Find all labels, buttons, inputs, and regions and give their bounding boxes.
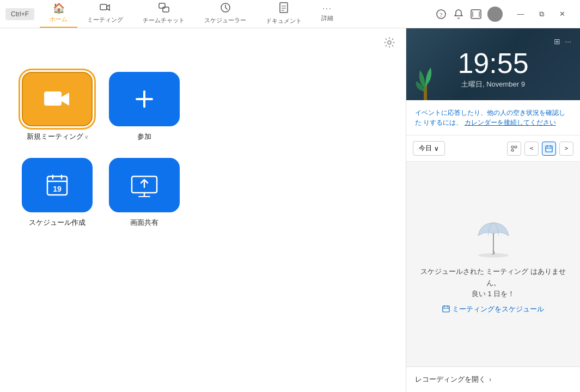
clock-widget-header: ⊞ ··· bbox=[415, 37, 571, 46]
tab-home[interactable]: 🏠 ホーム bbox=[40, 0, 77, 28]
avatar[interactable] bbox=[487, 7, 503, 22]
plant-decoration bbox=[412, 62, 439, 100]
tab-scheduler[interactable]: スケジューラー bbox=[194, 0, 256, 28]
share-screen-label: 画面共有 bbox=[130, 218, 158, 228]
main-content: 新規ミーティング ∨ 参加 bbox=[0, 28, 580, 392]
tab-more-label: 詳細 bbox=[321, 14, 333, 22]
close-button[interactable]: ✕ bbox=[554, 6, 570, 22]
today-dropdown-arrow: ∨ bbox=[434, 145, 439, 152]
calendar-toolbar: 今日 ∨ ＜ ＞ bbox=[406, 136, 580, 162]
calendar-empty-state: スケジュールされた ミーティング はありません。 良い 1 日を！ ミーティング… bbox=[406, 162, 580, 366]
documents-icon bbox=[279, 2, 288, 15]
join-button[interactable] bbox=[109, 72, 180, 126]
svg-text:19: 19 bbox=[53, 185, 62, 193]
svg-point-8 bbox=[388, 41, 391, 44]
left-panel: 新規ミーティング ∨ 参加 bbox=[0, 28, 406, 392]
titlebar-right: ? — ⧉ ✕ bbox=[435, 6, 580, 22]
cal-next-button[interactable]: ＞ bbox=[559, 142, 573, 156]
svg-point-24 bbox=[511, 149, 514, 151]
more-icon: ··· bbox=[322, 4, 332, 12]
new-meeting-dropdown-arrow: ∨ bbox=[84, 134, 88, 140]
svg-text:?: ? bbox=[440, 11, 443, 17]
tab-scheduler-label: スケジューラー bbox=[204, 16, 246, 24]
calendar-connect-message: イベントに応答したり、他の人の空き状況を確認した りするには、 カレンダーを接続… bbox=[406, 100, 580, 136]
recording-bar[interactable]: レコーディングを開く › bbox=[406, 366, 580, 392]
svg-rect-9 bbox=[44, 91, 62, 106]
home-icon: 🏠 bbox=[53, 3, 65, 13]
notifications-icon[interactable] bbox=[453, 8, 465, 20]
calendar-link-icon bbox=[442, 305, 450, 314]
restore-button[interactable]: ⧉ bbox=[533, 6, 550, 22]
group-view-button[interactable] bbox=[507, 142, 521, 156]
share-screen-item[interactable]: 画面共有 bbox=[109, 158, 180, 228]
recording-label: レコーディングを開く bbox=[415, 375, 486, 384]
help-icon[interactable]: ? bbox=[435, 8, 447, 20]
svg-rect-25 bbox=[546, 146, 552, 152]
right-panel: ⊞ ··· 19:55 土曜日, November 9 イベントに応答したり、他… bbox=[406, 28, 580, 392]
join-label: 参加 bbox=[137, 132, 151, 142]
titlebar: Ctrl+F 🏠 ホーム ミーティング チームチャット スケジューラー bbox=[0, 0, 580, 28]
connect-msg-text2: りするには、 bbox=[423, 119, 462, 126]
cal-prev-button[interactable]: ＜ bbox=[524, 142, 539, 156]
meeting-icon bbox=[100, 3, 111, 14]
tab-documents-label: ドキュメント bbox=[266, 17, 302, 25]
empty-state-message: スケジュールされた ミーティング はありません。 良い 1 日を！ bbox=[417, 266, 569, 300]
contacts-icon[interactable] bbox=[470, 8, 482, 20]
svg-point-23 bbox=[515, 146, 517, 148]
new-meeting-button[interactable] bbox=[22, 72, 93, 126]
clock-widget-settings-icon[interactable]: ⊞ bbox=[554, 37, 560, 46]
umbrella-illustration bbox=[466, 214, 521, 258]
new-meeting-label: 新規ミーティング ∨ bbox=[27, 132, 88, 142]
window-controls: — ⧉ ✕ bbox=[508, 6, 575, 22]
today-button[interactable]: 今日 ∨ bbox=[413, 141, 445, 156]
scheduler-icon bbox=[221, 3, 230, 14]
clock-widget: ⊞ ··· 19:55 土曜日, November 9 bbox=[406, 28, 580, 100]
cal-nav-group: ＜ ＞ bbox=[507, 142, 573, 156]
schedule-button[interactable]: 19 bbox=[22, 158, 93, 212]
tab-meeting-label: ミーティング bbox=[87, 16, 123, 24]
tab-teamchat-label: チームチャット bbox=[143, 16, 185, 24]
clock-widget-more-icon[interactable]: ··· bbox=[565, 37, 571, 46]
svg-rect-0 bbox=[100, 4, 107, 10]
minimize-button[interactable]: — bbox=[512, 6, 529, 22]
schedule-item[interactable]: 19 スケジュール作成 bbox=[22, 158, 93, 228]
settings-icon[interactable] bbox=[384, 37, 395, 51]
share-screen-button[interactable] bbox=[109, 158, 180, 212]
nav-tabs: 🏠 ホーム ミーティング チームチャット スケジューラー ドキュメント bbox=[40, 0, 435, 28]
tab-more[interactable]: ··· 詳細 bbox=[312, 0, 343, 28]
tab-team-chat[interactable]: チームチャット bbox=[133, 0, 194, 28]
schedule-meeting-link[interactable]: ミーティングをスケジュール bbox=[442, 304, 544, 314]
svg-rect-31 bbox=[443, 306, 449, 312]
tab-documents[interactable]: ドキュメント bbox=[256, 0, 312, 28]
calendar-connect-link[interactable]: カレンダーを接続してください bbox=[465, 119, 556, 126]
tab-meeting[interactable]: ミーティング bbox=[77, 0, 133, 28]
svg-point-22 bbox=[511, 146, 514, 148]
svg-rect-4 bbox=[280, 3, 288, 13]
new-meeting-item[interactable]: 新規ミーティング ∨ bbox=[22, 72, 93, 142]
schedule-label: スケジュール作成 bbox=[29, 218, 86, 228]
tab-home-label: ホーム bbox=[50, 15, 68, 23]
ctrl-f-shortcut[interactable]: Ctrl+F bbox=[5, 8, 34, 20]
join-item[interactable]: 参加 bbox=[109, 72, 180, 142]
cal-calendar-button[interactable] bbox=[542, 142, 556, 156]
action-grid: 新規ミーティング ∨ 参加 bbox=[22, 72, 180, 228]
recording-chevron: › bbox=[489, 376, 491, 383]
chat-icon bbox=[158, 3, 169, 14]
